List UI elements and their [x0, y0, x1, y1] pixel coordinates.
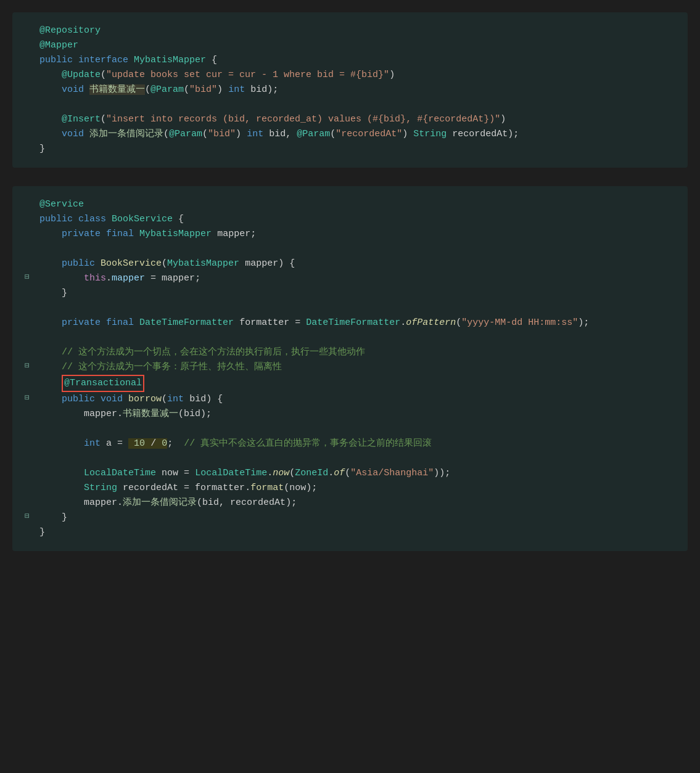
- code-line: String recordedAt = formatter.format(now…: [25, 481, 675, 496]
- code-line: }: [25, 286, 675, 301]
- code-content: @Service: [39, 197, 675, 212]
- code-line: // 这个方法成为一个切点，会在这个方法的执行前后，执行一些其他动作: [25, 345, 675, 360]
- code-content: public BookService(MybatisMapper mapper)…: [39, 256, 675, 271]
- code-line: [25, 301, 675, 316]
- code-line: @Repository: [25, 23, 675, 38]
- code-line: int a = 10 / 0; // 真实中不会这么直白的抛异常，事务会让之前的…: [25, 436, 675, 451]
- code-line: ⊟ public void borrow(int bid) {: [25, 392, 675, 407]
- code-line: LocalDateTime now = LocalDateTime.now(Zo…: [25, 466, 675, 481]
- code-line: mapper.添加一条借阅记录(bid, recordedAt);: [25, 496, 675, 510]
- code-content: @Insert("insert into records (bid, recor…: [39, 112, 675, 127]
- gutter: ⊟: [25, 271, 37, 284]
- code-content: [39, 451, 675, 466]
- code-line: [25, 451, 675, 466]
- code-line: ⊟ }: [25, 510, 675, 525]
- code-content: void 书籍数量减一(@Param("bid") int bid);: [39, 83, 675, 97]
- code-content: int a = 10 / 0; // 真实中不会这么直白的抛异常，事务会让之前的…: [39, 436, 675, 451]
- code-content: public class BookService {: [39, 212, 675, 227]
- code-line: [25, 330, 675, 345]
- code-content: private final DateTimeFormatter formatte…: [39, 316, 675, 330]
- code-content: mapper.添加一条借阅记录(bid, recordedAt);: [39, 496, 675, 510]
- code-content: void 添加一条借阅记录(@Param("bid") int bid, @Pa…: [39, 127, 675, 142]
- gutter: ⊟: [25, 392, 37, 405]
- code-line: @Transactional: [25, 375, 675, 392]
- code-content: }: [39, 525, 675, 540]
- code-content: // 这个方法成为一个切点，会在这个方法的执行前后，执行一些其他动作: [39, 345, 675, 360]
- code-content: @Repository: [39, 23, 675, 38]
- code-content: private final MybatisMapper mapper;: [39, 227, 675, 242]
- code-content: // 这个方法成为一个事务：原子性、持久性、隔离性: [39, 360, 675, 375]
- code-line: public class BookService {: [25, 212, 675, 227]
- code-line: }: [25, 142, 675, 157]
- code-content: mapper.书籍数量减一(bid);: [39, 407, 675, 422]
- code-line: }: [25, 525, 675, 540]
- code-content: }: [39, 286, 675, 301]
- code-content: this.mapper = mapper;: [39, 271, 675, 286]
- code-content: LocalDateTime now = LocalDateTime.now(Zo…: [39, 466, 675, 481]
- code-content: }: [39, 510, 675, 525]
- code-line: @Insert("insert into records (bid, recor…: [25, 112, 675, 127]
- code-content: public void borrow(int bid) {: [39, 392, 675, 407]
- code-content: [39, 330, 675, 345]
- code-line: public interface MybatisMapper {: [25, 53, 675, 68]
- code-line: [25, 242, 675, 256]
- gutter: ⊟: [25, 510, 37, 523]
- code-line: void 书籍数量减一(@Param("bid") int bid);: [25, 83, 675, 97]
- code-content: String recordedAt = formatter.format(now…: [39, 481, 675, 496]
- code-line: @Mapper: [25, 38, 675, 53]
- code-content: [39, 301, 675, 316]
- code-content: public interface MybatisMapper {: [39, 53, 675, 68]
- code-content: [39, 422, 675, 436]
- code-line: private final MybatisMapper mapper;: [25, 227, 675, 242]
- code-content: @Mapper: [39, 38, 675, 53]
- code-content: [39, 97, 675, 112]
- code-line: private final DateTimeFormatter formatte…: [25, 316, 675, 330]
- code-line: public BookService(MybatisMapper mapper)…: [25, 256, 675, 271]
- code-content: [39, 242, 675, 256]
- code-line: @Service: [25, 197, 675, 212]
- code-line: mapper.书籍数量减一(bid);: [25, 407, 675, 422]
- code-line: @Update("update books set cur = cur - 1 …: [25, 68, 675, 83]
- code-block-1: @Repository @Mapper public interface Myb…: [12, 12, 688, 168]
- code-block-2: @Service public class BookService { priv…: [12, 186, 688, 551]
- code-line: void 添加一条借阅记录(@Param("bid") int bid, @Pa…: [25, 127, 675, 142]
- code-line: [25, 422, 675, 436]
- gutter: ⊟: [25, 360, 37, 373]
- code-line: [25, 97, 675, 112]
- code-line: ⊟ this.mapper = mapper;: [25, 271, 675, 286]
- code-content: @Transactional: [39, 375, 675, 392]
- code-content: }: [39, 142, 675, 157]
- code-line: ⊟ // 这个方法成为一个事务：原子性、持久性、隔离性: [25, 360, 675, 375]
- code-content: @Update("update books set cur = cur - 1 …: [39, 68, 675, 83]
